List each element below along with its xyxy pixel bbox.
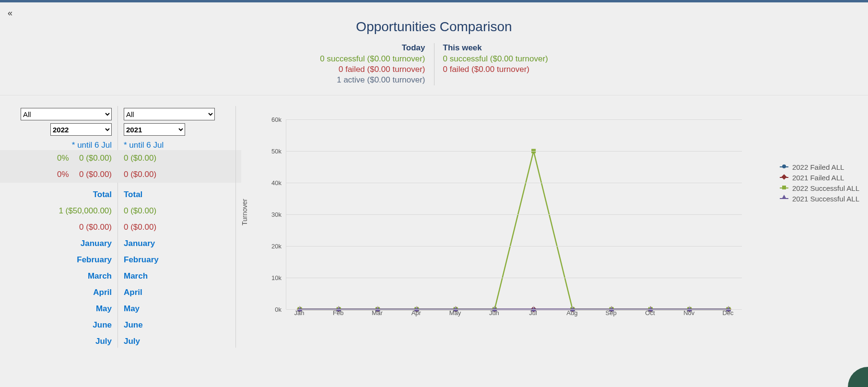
chart-x-tick: Aug [558, 309, 586, 317]
chart-y-tick: 30k [271, 211, 286, 218]
chart-x-tick: Jan [285, 309, 314, 317]
legend-swatch-icon [780, 188, 788, 188]
legend-swatch-icon [780, 166, 788, 167]
legend-item[interactable]: 2022 Successful ALL [780, 183, 859, 193]
chart-x-tick: Feb [324, 309, 352, 317]
kpi-today-heading: Today [320, 43, 425, 53]
chart-x-tick: Jul [519, 309, 548, 317]
month-link[interactable]: June [124, 317, 230, 333]
success-row-a: 0% 0 ($0.00) [6, 150, 112, 166]
chart-y-tick: 50k [271, 148, 286, 155]
filter-select-a[interactable]: All [21, 108, 112, 120]
kpi-week-heading: This week [443, 43, 548, 53]
kpi-summary: Today 0 successful ($0.00 turnover) 0 fa… [0, 43, 868, 85]
kpi-today-successful: 0 successful ($0.00 turnover) [320, 54, 425, 64]
legend-swatch-icon [780, 198, 788, 199]
total-label-b: Total [124, 187, 230, 203]
comparison-sidebar: All 2022 * until 6 Jul 0% 0 ($0.00) 0% 0… [0, 104, 236, 350]
chart-x-tick: Sep [597, 309, 625, 317]
month-link[interactable]: May [6, 301, 112, 317]
total-label-a: Total [6, 187, 112, 203]
month-link[interactable]: March [6, 268, 112, 284]
kpi-week-failed: 0 failed ($0.00 turnover) [443, 64, 548, 75]
year-select-a[interactable]: 2022 [50, 123, 112, 136]
legend-label: 2022 Failed ALL [792, 163, 844, 171]
legend-item[interactable]: 2021 Successful ALL [780, 193, 859, 204]
month-link[interactable]: July [6, 333, 112, 350]
chart-x-tick: Apr [402, 309, 431, 317]
month-link[interactable]: July [124, 333, 230, 350]
month-link[interactable]: March [124, 268, 230, 284]
legend-item[interactable]: 2021 Failed ALL [780, 172, 859, 183]
legend-item[interactable]: 2022 Failed ALL [780, 162, 859, 172]
month-link[interactable]: May [124, 301, 230, 317]
chart-x-tick: May [441, 309, 469, 317]
year-select-b[interactable]: 2021 [124, 123, 185, 136]
fail-row-b: 0 ($0.00) [124, 166, 230, 183]
kpi-today-active: 1 active ($0.00 turnover) [320, 75, 425, 85]
kpi-today-failed: 0 failed ($0.00 turnover) [320, 64, 425, 75]
total-success-b: 0 ($0.00) [124, 203, 230, 219]
kpi-week-successful: 0 successful ($0.00 turnover) [443, 54, 548, 64]
total-fail-a: 0 ($0.00) [6, 219, 112, 235]
month-link[interactable]: April [6, 284, 112, 301]
chart-x-tick: Oct [635, 309, 664, 317]
month-link[interactable]: June [6, 317, 112, 333]
total-fail-b: 0 ($0.00) [124, 219, 230, 235]
month-link[interactable]: February [6, 252, 112, 268]
total-success-a: 1 ($50,000.00) [6, 203, 112, 219]
chart-legend: 2022 Failed ALL2021 Failed ALL2022 Succe… [780, 162, 859, 204]
chart-x-tick: Jun [480, 309, 508, 317]
floating-action-button[interactable] [848, 367, 868, 387]
chart-y-tick: 20k [271, 243, 286, 250]
month-link[interactable]: January [6, 235, 112, 252]
month-link[interactable]: February [124, 252, 230, 268]
fail-row-a: 0% 0 ($0.00) [6, 166, 112, 183]
chart-x-tick: Dec [714, 309, 742, 317]
collapse-double-chevron-icon[interactable]: « [8, 8, 11, 18]
chart-y-tick: 60k [271, 116, 286, 123]
page-title: Opportunities Comparison [0, 19, 868, 35]
month-link[interactable]: January [124, 235, 230, 252]
success-row-b: 0 ($0.00) [124, 150, 230, 166]
legend-label: 2022 Successful ALL [792, 184, 859, 192]
legend-label: 2021 Successful ALL [792, 195, 859, 203]
chart-y-tick: 10k [271, 274, 286, 281]
filter-select-b[interactable]: All [124, 108, 215, 120]
chart-x-tick: Mar [363, 309, 392, 317]
legend-swatch-icon [780, 177, 788, 178]
until-label-b: * until 6 Jul [124, 141, 230, 150]
legend-label: 2021 Failed ALL [792, 174, 844, 182]
until-label-a: * until 6 Jul [6, 141, 112, 150]
chart-y-tick: 40k [271, 179, 286, 187]
month-link[interactable]: April [124, 284, 230, 301]
chart-x-tick: Nov [675, 309, 704, 317]
turnover-chart: Turnover 0k10k20k30k40k50k60k 2022 Faile… [250, 114, 859, 329]
chart-y-axis-label: Turnover [241, 199, 248, 225]
